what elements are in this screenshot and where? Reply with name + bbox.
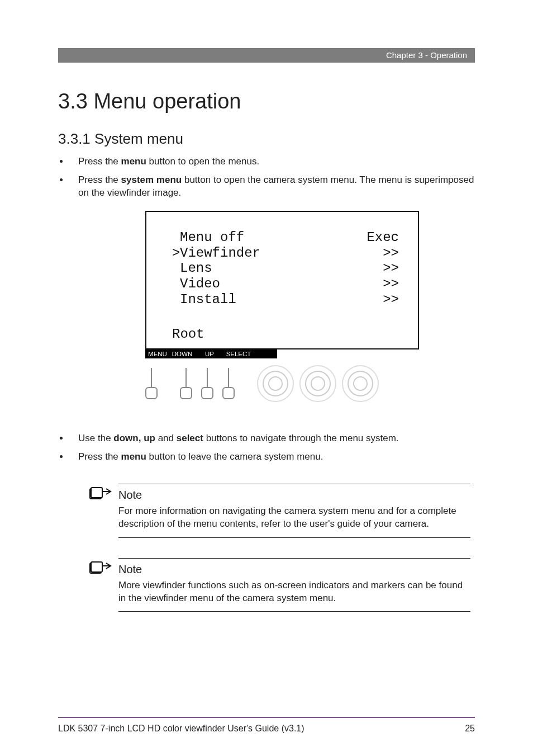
- button-labels-bar: MENU DOWN UP SELECT: [145, 349, 277, 358]
- instruction-list-after: Use the down, up and select buttons to n…: [58, 432, 475, 464]
- subsection-title: 3.3.1 System menu: [58, 130, 475, 148]
- menu-row-prefix: [172, 230, 180, 245]
- note-block: Note More viewfinder functions such as o…: [118, 558, 475, 612]
- menu-root-label: Root: [172, 327, 399, 342]
- up-button-icon: [201, 368, 213, 399]
- menu-row-label: Menu off: [180, 230, 244, 245]
- svg-point-1: [263, 371, 288, 396]
- menu-row-value: >>: [358, 245, 399, 261]
- text-bold: system menu: [121, 174, 182, 185]
- down-label: DOWN: [168, 351, 197, 357]
- menu-row-value: >>: [358, 292, 399, 308]
- section-title: 3.3 Menu operation: [58, 89, 475, 114]
- menu-row: Install >>: [180, 292, 399, 308]
- svg-rect-10: [91, 488, 102, 498]
- text-bold: down, up: [113, 433, 155, 443]
- menu-button-icon: [145, 368, 158, 399]
- menu-row: >Viewfinder >>: [180, 245, 399, 261]
- menu-row-value: >>: [358, 276, 399, 292]
- svg-point-8: [354, 377, 367, 390]
- rotary-knob-icon: [341, 364, 380, 403]
- text: and: [155, 433, 177, 443]
- menu-row: Video >>: [180, 276, 399, 292]
- footer-title: LDK 5307 7-inch LCD HD color viewfinder …: [58, 724, 304, 734]
- menu-screen-figure: Menu off Exec >Viewfinder >> Lens >> Vid…: [145, 211, 419, 409]
- note-block: Note For more information on navigating …: [118, 484, 475, 538]
- up-label: UP: [197, 351, 222, 357]
- menu-row-prefix: >: [172, 245, 180, 261]
- text: Press the: [78, 174, 121, 185]
- menu-row-value: Exec: [358, 230, 399, 245]
- menu-row-label: Install: [180, 292, 236, 308]
- text: Press the: [78, 451, 121, 462]
- list-item: Press the menu button to open the menus.: [69, 155, 475, 168]
- down-button-icon: [180, 368, 192, 399]
- select-label: SELECT: [222, 351, 255, 357]
- menu-label: MENU: [147, 351, 168, 357]
- menu-row-label: Viewfinder: [180, 245, 260, 261]
- menu-row-prefix: [172, 261, 180, 276]
- svg-rect-12: [91, 562, 102, 572]
- menu-row: Lens >>: [180, 261, 399, 276]
- text: buttons to navigate through the menu sys…: [203, 433, 399, 443]
- rotary-knob-icon: [298, 364, 337, 403]
- chapter-bar: Chapter 3 - Operation: [58, 48, 475, 63]
- menu-row-label: Lens: [180, 261, 212, 276]
- note-heading: Note: [118, 563, 475, 576]
- note-icon: [89, 487, 112, 500]
- svg-point-5: [311, 377, 325, 390]
- menu-row: Menu off Exec: [180, 230, 399, 245]
- controls-illustration: [145, 358, 419, 409]
- menu-row-label: Video: [180, 276, 220, 292]
- note-body: More viewfinder functions such as on-scr…: [118, 579, 470, 605]
- page-number: 25: [465, 724, 475, 734]
- page-footer: LDK 5307 7-inch LCD HD color viewfinder …: [58, 717, 475, 734]
- menu-row-prefix: [172, 292, 180, 308]
- instruction-list-top: Press the menu button to open the menus.…: [58, 155, 475, 200]
- menu-row-prefix: [172, 276, 180, 292]
- text: button to open the menus.: [146, 156, 259, 167]
- menu-row-value: >>: [358, 261, 399, 276]
- text-bold: select: [177, 433, 203, 443]
- rotary-knob-icon: [256, 364, 295, 403]
- list-item: Use the down, up and select buttons to n…: [69, 432, 475, 445]
- select-button-icon: [222, 368, 235, 399]
- text: button to leave the camera system menu.: [146, 451, 323, 462]
- note-heading: Note: [118, 489, 475, 502]
- text-bold: menu: [121, 451, 146, 462]
- list-item: Press the menu button to leave the camer…: [69, 451, 475, 464]
- text-bold: menu: [121, 156, 146, 167]
- text: Press the: [78, 156, 121, 167]
- text: Use the: [78, 433, 113, 443]
- svg-point-2: [269, 377, 282, 390]
- note-body: For more information on navigating the c…: [118, 505, 470, 531]
- svg-point-7: [348, 371, 373, 396]
- list-item: Press the system menu button to open the…: [69, 174, 475, 200]
- menu-screen: Menu off Exec >Viewfinder >> Lens >> Vid…: [145, 211, 419, 349]
- note-icon: [89, 561, 112, 575]
- svg-point-4: [306, 371, 330, 396]
